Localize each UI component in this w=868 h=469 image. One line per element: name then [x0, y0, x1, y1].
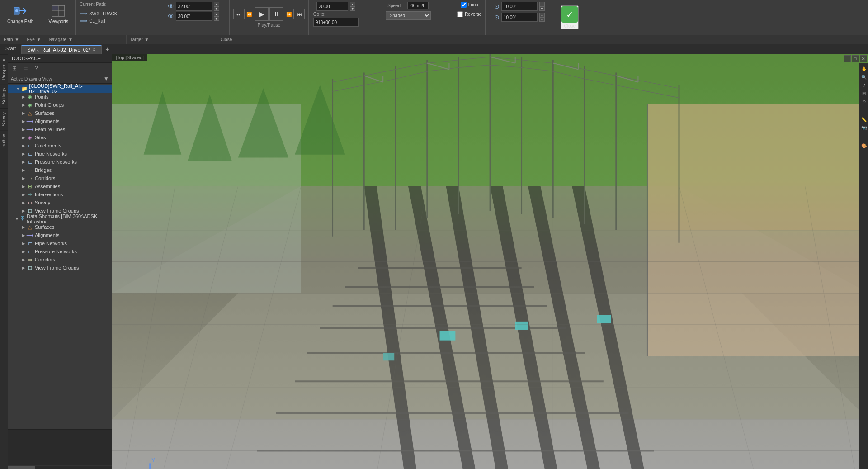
expand-assemblies[interactable]: ▶	[21, 184, 26, 189]
tree-item-drawing[interactable]: ▼ 📁 [CLOUD]SWR_Rail_Alt-02_Drive_02	[8, 85, 112, 93]
panel-btn-2[interactable]: ☰	[21, 64, 30, 73]
rewind-end-button[interactable]: ⏭	[295, 9, 305, 19]
expand-feature-lines[interactable]: ▶	[21, 127, 26, 132]
target-up-2[interactable]: ▲	[539, 13, 545, 17]
eye-down-1[interactable]: ▼	[214, 6, 219, 11]
expand-pipe-networks[interactable]: ▶	[21, 151, 26, 156]
target-input-2[interactable]	[501, 13, 538, 22]
expand-ds-corridors[interactable]: ▶	[21, 257, 26, 262]
eye-up-2[interactable]: ▲	[214, 12, 219, 16]
tree-view[interactable]: ▼ 📁 [CLOUD]SWR_Rail_Alt-02_Drive_02 ▶ ◉ …	[8, 84, 112, 429]
tree-item-point-groups[interactable]: ▶ ◉ Point Groups	[8, 101, 112, 109]
loop-check-input[interactable]	[461, 2, 467, 8]
viewport[interactable]: [Top][Shaded] — □ ✕	[112, 54, 868, 469]
active-drawing-dropdown[interactable]: ▼	[104, 76, 109, 82]
rt-render[interactable]: 🎨	[860, 142, 868, 149]
tree-item-catchments[interactable]: ▶ ⊏ Catchments	[8, 142, 112, 150]
vp-close[interactable]: ✕	[860, 55, 867, 62]
rt-measure[interactable]: 📏	[860, 116, 868, 123]
expand-surfaces[interactable]: ▶	[21, 110, 26, 116]
rt-camera[interactable]: 📷	[860, 124, 868, 131]
expand-ds-pressure-networks[interactable]: ▶	[21, 249, 26, 254]
step-fwd-button[interactable]: ⏩	[284, 9, 294, 19]
panel-btn-1[interactable]: ⊞	[10, 64, 19, 73]
tree-item-ds-pressure-networks[interactable]: ▶ ⊏ Pressure Networks	[8, 247, 112, 256]
tree-item-alignments[interactable]: ▶ ⟿ Alignments	[8, 117, 112, 125]
expand-drawing[interactable]: ▼	[15, 86, 21, 91]
reverse-checkbox[interactable]: Reverse	[457, 11, 481, 17]
tree-item-pressure-networks[interactable]: ▶ ⊏ Pressure Networks	[8, 158, 112, 166]
time-up[interactable]: ▲	[350, 2, 355, 6]
add-tab-button[interactable]: +	[102, 45, 113, 54]
expand-view-frame-groups[interactable]: ▶	[21, 208, 26, 213]
target-arrows-2[interactable]: ▲ ▼	[539, 13, 545, 22]
eye-input-1[interactable]	[176, 2, 212, 11]
toolbox-tab[interactable]: Toolbox	[0, 130, 8, 153]
expand-ds-pipe-networks[interactable]: ▶	[21, 241, 26, 246]
expand-intersections[interactable]: ▶	[21, 192, 26, 197]
tree-item-ds-view-frame-groups[interactable]: ▶ ⊡ View Frame Groups	[8, 264, 112, 272]
file-tab[interactable]: SWR_Rail_Alt-02_Drive_02* ✕	[21, 45, 102, 54]
eye-dropdown[interactable]: ▼	[37, 37, 41, 42]
tree-item-pipe-networks[interactable]: ▶ ⊏ Pipe Networks	[8, 150, 112, 158]
target-input-1[interactable]	[501, 2, 538, 11]
pause-button[interactable]: ⏸	[269, 7, 283, 21]
eye-arrows-2[interactable]: ▲ ▼	[214, 12, 219, 21]
time-down[interactable]: ▼	[350, 6, 355, 11]
tree-item-sites[interactable]: ▶ ◈ Sites	[8, 133, 112, 142]
rt-extents[interactable]: ⊞	[860, 90, 868, 97]
time-arrows[interactable]: ▲ ▼	[350, 2, 355, 11]
expand-survey[interactable]: ▶	[21, 200, 26, 205]
start-tab[interactable]: Start	[0, 45, 21, 54]
step-back-button[interactable]: ⏪	[244, 9, 254, 19]
rt-wheel[interactable]: ⊙	[860, 98, 868, 105]
rewind-start-button[interactable]: ⏮	[233, 9, 243, 19]
target-down-1[interactable]: ▼	[539, 6, 545, 11]
tree-item-data-shortcuts[interactable]: ▼ 🗄 Data Shortcuts [BIM 360:\ADSK Infras…	[8, 215, 112, 223]
target-up-1[interactable]: ▲	[539, 2, 545, 6]
time-input[interactable]	[316, 2, 348, 11]
eye-down-2[interactable]: ▼	[214, 16, 219, 21]
expand-data-shortcuts[interactable]: ▼	[14, 216, 19, 222]
eye-up-1[interactable]: ▲	[214, 2, 219, 6]
vp-restore[interactable]: □	[852, 55, 859, 62]
panel-scrollbar-thumb[interactable]	[8, 466, 35, 469]
target-down-2[interactable]: ▼	[539, 17, 545, 22]
expand-corridors[interactable]: ▶	[21, 175, 26, 181]
tab-close-btn[interactable]: ✕	[92, 47, 96, 52]
change-path-button[interactable]: Change Path	[4, 2, 37, 26]
rt-pan[interactable]: ✋	[860, 65, 868, 72]
goto-input[interactable]	[313, 18, 359, 27]
expand-ds-surfaces[interactable]: ▶	[21, 224, 26, 230]
target-dropdown[interactable]: ▼	[144, 37, 149, 42]
survey-side-tab[interactable]: Survey	[0, 108, 8, 130]
rt-orbit[interactable]: ↺	[860, 81, 868, 89]
expand-points[interactable]: ▶	[21, 94, 26, 99]
tree-item-assemblies[interactable]: ▶ ⊞ Assemblies	[8, 182, 112, 190]
reverse-check-input[interactable]	[457, 11, 463, 17]
panel-scrollbar-h[interactable]	[8, 465, 112, 469]
tree-item-surfaces[interactable]: ▶ △ Surfaces	[8, 109, 112, 117]
tree-item-ds-corridors[interactable]: ▶ ⇒ Corridors	[8, 256, 112, 264]
rt-zoom[interactable]: 🔍	[860, 73, 868, 81]
eye-arrows-1[interactable]: ▲ ▼	[214, 2, 219, 11]
viewports-button[interactable]: Viewports	[45, 2, 72, 26]
target-arrows-1[interactable]: ▲ ▼	[539, 2, 545, 11]
tree-item-feature-lines[interactable]: ▶ ⟿ Feature Lines	[8, 125, 112, 133]
navigate-dropdown[interactable]: ▼	[68, 37, 73, 42]
eye-input-2[interactable]	[176, 12, 212, 21]
expand-ds-alignments[interactable]: ▶	[21, 232, 26, 238]
expand-alignments[interactable]: ▶	[21, 118, 26, 124]
loop-checkbox[interactable]: Loop	[461, 2, 478, 8]
settings-tab[interactable]: Settings	[0, 84, 8, 108]
expand-point-groups[interactable]: ▶	[21, 102, 26, 108]
expand-sites[interactable]: ▶	[21, 135, 26, 140]
prospector-tab[interactable]: Prospector	[0, 54, 8, 84]
shaded-dropdown[interactable]: Shaded Wireframe Conceptual	[386, 11, 431, 20]
expand-pressure-networks[interactable]: ▶	[21, 159, 26, 165]
path-dropdown[interactable]: ▼	[15, 37, 19, 42]
expand-catchments[interactable]: ▶	[21, 143, 26, 148]
panel-btn-3[interactable]: ?	[32, 64, 41, 73]
tree-item-intersections[interactable]: ▶ ✛ Intersections	[8, 190, 112, 199]
expand-bridges[interactable]: ▶	[21, 167, 26, 173]
